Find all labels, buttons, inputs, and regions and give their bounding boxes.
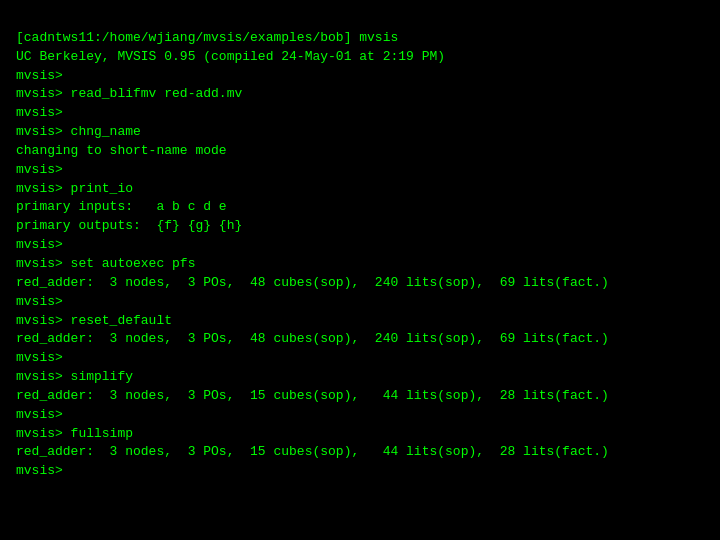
- terminal-line: mvsis> chng_name: [16, 123, 704, 142]
- terminal-line: primary outputs: {f} {g} {h}: [16, 217, 704, 236]
- terminal-line: mvsis> fullsimp: [16, 425, 704, 444]
- terminal-line: mvsis> set autoexec pfs: [16, 255, 704, 274]
- terminal-line: [cadntws11:/home/wjiang/mvsis/examples/b…: [16, 29, 704, 48]
- terminal-line: mvsis>: [16, 67, 704, 86]
- terminal-line: mvsis>: [16, 161, 704, 180]
- terminal-line: primary inputs: a b c d e: [16, 198, 704, 217]
- terminal-line: mvsis> read_blifmv red-add.mv: [16, 85, 704, 104]
- terminal-line: mvsis>: [16, 462, 704, 481]
- terminal-line: mvsis>: [16, 293, 704, 312]
- terminal-line: changing to short-name mode: [16, 142, 704, 161]
- terminal-line: red_adder: 3 nodes, 3 POs, 15 cubes(sop)…: [16, 443, 704, 462]
- terminal-window[interactable]: [cadntws11:/home/wjiang/mvsis/examples/b…: [0, 0, 720, 540]
- terminal-line: mvsis>: [16, 349, 704, 368]
- terminal-line: mvsis> reset_default: [16, 312, 704, 331]
- terminal-line: red_adder: 3 nodes, 3 POs, 48 cubes(sop)…: [16, 274, 704, 293]
- terminal-line: mvsis> simplify: [16, 368, 704, 387]
- terminal-line: red_adder: 3 nodes, 3 POs, 48 cubes(sop)…: [16, 330, 704, 349]
- terminal-line: mvsis>: [16, 104, 704, 123]
- terminal-line: mvsis>: [16, 236, 704, 255]
- terminal-line: mvsis> print_io: [16, 180, 704, 199]
- terminal-line: mvsis>: [16, 406, 704, 425]
- terminal-line: red_adder: 3 nodes, 3 POs, 15 cubes(sop)…: [16, 387, 704, 406]
- terminal-line: UC Berkeley, MVSIS 0.95 (compiled 24-May…: [16, 48, 704, 67]
